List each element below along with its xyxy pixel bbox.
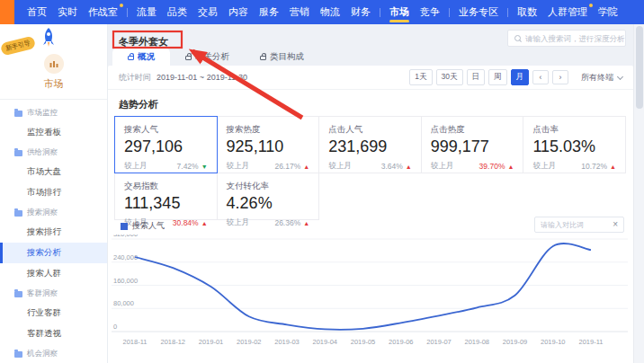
metric-cards: 搜索人气 297,106 较上月7.42%▼ 搜索热度 925,110 较上月2…: [115, 117, 626, 220]
chevron-down-icon: [617, 73, 623, 79]
nav-separator: [449, 8, 450, 17]
notification-dot: [120, 4, 123, 7]
sidebar-group-customer-insight[interactable]: 客群洞察: [0, 284, 107, 303]
sidebar-item-search-analysis[interactable]: 搜索分析: [0, 243, 107, 263]
divider: [0, 99, 107, 100]
metric-label: 点击人气: [328, 124, 412, 136]
nav-item-competition[interactable]: 竞争: [415, 0, 445, 24]
compare-word-box: ×: [534, 217, 624, 233]
nav-item-category[interactable]: 品类: [162, 0, 192, 24]
metric-value: 111,345: [124, 194, 208, 213]
metric-value: 999,177: [431, 137, 514, 156]
metric-label: 搜索热度: [227, 124, 310, 136]
nav-item-service[interactable]: 服务: [254, 0, 284, 24]
next-period-button[interactable]: ›: [552, 70, 568, 84]
nav-item-crowd-mgmt[interactable]: 人群管理: [542, 0, 593, 24]
metric-value: 925,110: [227, 137, 310, 156]
sidebar-item-search-crowd[interactable]: 搜索人群: [0, 263, 107, 284]
rocket-icon[interactable]: [40, 27, 58, 49]
folder-icon: [14, 210, 22, 217]
metric-card-click-popularity[interactable]: 点击人气 231,699 较上月3.64%▲: [318, 116, 422, 173]
metric-change: 26.36%: [274, 218, 300, 227]
nav-item-finance[interactable]: 财务: [345, 0, 376, 24]
compare-label: 较上月: [328, 161, 352, 172]
sidebar-item-market-rank[interactable]: 市场排行: [0, 182, 107, 203]
compare-label: 较上月: [532, 161, 556, 172]
sidebar-item-monitor-board[interactable]: 监控看板: [0, 122, 107, 143]
metric-card-click-rate[interactable]: 点击率 115.03% 较上月10.72%▲: [523, 116, 626, 173]
svg-text:80,000: 80,000: [113, 299, 134, 307]
nav-item-content[interactable]: 内容: [223, 0, 254, 24]
metric-card-payment-conversion[interactable]: 支付转化率 4.26% 较上月26.36%▲: [217, 173, 320, 220]
nav-item-traffic[interactable]: 流量: [131, 0, 162, 24]
sidebar-menu: 市场监控 监控看板 供给洞察 市场大盘 市场排行 搜索洞察 搜索排行 搜索分析 …: [0, 103, 107, 363]
range-month-button[interactable]: 月: [511, 69, 530, 85]
range-week-button[interactable]: 周: [488, 69, 507, 85]
compare-label: 较上月: [431, 161, 454, 172]
sidebar-group-opportunity-insight[interactable]: 机会洞察: [0, 344, 107, 363]
sidebar-group-supply-insight[interactable]: 供给洞察: [0, 143, 107, 162]
metric-card-click-heat[interactable]: 点击热度 999,177 较上月39.70%▲: [421, 116, 524, 173]
range-day-button[interactable]: 日: [467, 69, 486, 85]
tab-related-analysis[interactable]: 相关分析: [170, 48, 245, 66]
lock-icon: [260, 56, 266, 60]
nav-item-trade[interactable]: 交易: [192, 0, 223, 24]
arrow-up-icon: ▲: [406, 164, 412, 170]
lock-icon: [185, 56, 192, 60]
metric-card-search-heat[interactable]: 搜索热度 925,110 较上月26.17%▲: [217, 116, 320, 173]
svg-text:160,000: 160,000: [113, 277, 138, 285]
legend-swatch: [121, 223, 128, 230]
sidebar-item-search-rank[interactable]: 搜索排行: [0, 222, 107, 243]
tab-category-composition[interactable]: 类目构成: [245, 48, 319, 66]
terminal-dropdown[interactable]: 所有终端: [581, 72, 622, 84]
scrollbar-thumb[interactable]: [636, 26, 643, 109]
sidebar-item-industry-customer[interactable]: 行业客群: [0, 303, 107, 323]
metric-change: 3.64%: [381, 162, 403, 171]
sidebar-item-customer-perspective[interactable]: 客群透视: [0, 323, 107, 344]
range-30day-button[interactable]: 30天: [436, 69, 463, 85]
folder-icon: [14, 291, 22, 297]
nav-item-market[interactable]: 市场: [384, 0, 415, 24]
svg-text:2019-07: 2019-07: [426, 338, 452, 346]
svg-text:2018-12: 2018-12: [160, 338, 185, 346]
nav-item-logistics[interactable]: 物流: [315, 0, 345, 24]
nav-item-business-zone[interactable]: 业务专区: [453, 0, 504, 24]
nav-items: 首页 实时 作战室 流量 品类 交易 内容 服务 营销 物流 财务 市场 竞争 …: [22, 0, 623, 24]
folder-icon: [14, 150, 22, 156]
logo[interactable]: [0, 0, 14, 24]
sidebar-group-search-insight[interactable]: 搜索洞察: [0, 203, 107, 222]
compare-word-input[interactable]: [541, 221, 608, 229]
stats-toolbar: 统计时间 2019-11-01 ~ 2019-11-30 1天 30天 日 周 …: [108, 66, 633, 90]
arrow-up-icon: ▲: [201, 220, 208, 226]
sidebar-group-market-monitor[interactable]: 市场监控: [0, 103, 107, 122]
page-scrollbar[interactable]: [633, 24, 644, 363]
keyword-search-box: [507, 30, 626, 47]
arrow-up-icon: ▲: [507, 164, 514, 170]
stat-date-range: 2019-11-01 ~ 2019-11-30: [157, 73, 247, 82]
metric-change: 30.84%: [173, 218, 199, 227]
close-icon[interactable]: ×: [613, 220, 618, 229]
sidebar-item-market-overview[interactable]: 市场大盘: [0, 162, 107, 182]
chart-legend: 搜索人气: [121, 220, 165, 232]
range-1day-button[interactable]: 1天: [409, 69, 432, 85]
nav-item-warroom[interactable]: 作战室: [83, 0, 123, 24]
keyword-label: 冬季外套女: [119, 35, 168, 49]
metric-card-search-popularity[interactable]: 搜索人气 297,106 较上月7.42%▼: [114, 116, 218, 173]
metric-change: 7.42%: [177, 162, 199, 171]
prev-period-button[interactable]: ‹: [532, 70, 549, 84]
svg-text:2018-11: 2018-11: [123, 338, 148, 346]
section-title-trend: 趋势分析: [119, 98, 622, 111]
nav-separator: [507, 8, 508, 17]
svg-text:2019-11: 2019-11: [579, 338, 604, 346]
stat-time-label: 统计时间: [119, 72, 151, 84]
nav-item-realtime[interactable]: 实时: [52, 0, 83, 24]
nav-item-academy[interactable]: 学院: [593, 0, 623, 24]
main-content: 冬季外套女 概况 相关分析 类目构成 统计时间 2019-11-01 ~ 201…: [108, 24, 644, 363]
tab-overview[interactable]: 概况: [112, 48, 170, 66]
svg-text:2019-02: 2019-02: [237, 338, 262, 346]
nav-item-data-fetch[interactable]: 取数: [512, 0, 542, 24]
search-input[interactable]: [525, 34, 625, 43]
metric-card-trade-index[interactable]: 交易指数 111,345 较上月30.84%▲: [114, 173, 218, 220]
nav-item-home[interactable]: 首页: [22, 0, 52, 24]
nav-item-marketing[interactable]: 营销: [284, 0, 315, 24]
